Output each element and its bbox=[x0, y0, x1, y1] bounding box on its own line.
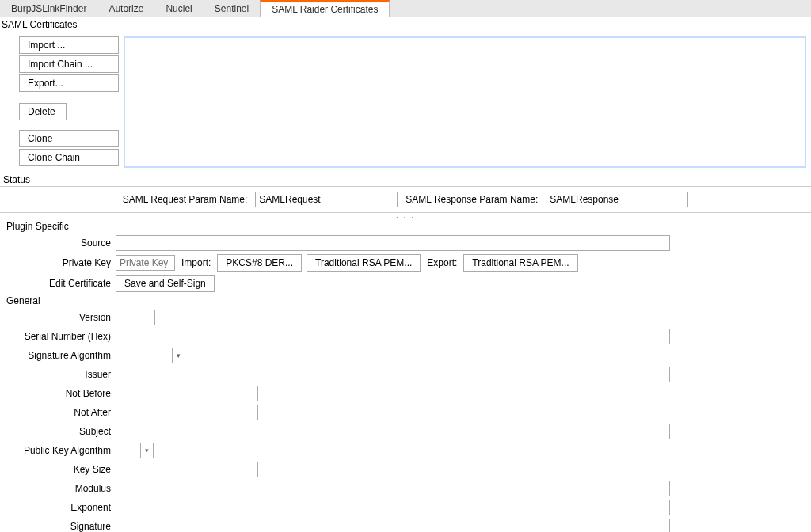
not-before-input[interactable] bbox=[116, 386, 258, 401]
serial-number-input[interactable] bbox=[116, 329, 670, 344]
signature-algorithm-combo[interactable]: ▾ bbox=[116, 348, 185, 363]
version-label: Version bbox=[5, 312, 116, 323]
tab-saml-raider-certificates[interactable]: SAML Raider Certificates bbox=[260, 0, 390, 17]
saml-response-input[interactable] bbox=[546, 192, 688, 207]
chevron-down-icon[interactable]: ▾ bbox=[140, 443, 153, 458]
not-after-label: Not After bbox=[5, 407, 116, 418]
serial-number-label: Serial Number (Hex) bbox=[5, 331, 116, 342]
export-label: Export: bbox=[427, 257, 457, 268]
clone-chain-button[interactable]: Clone Chain bbox=[19, 149, 119, 166]
import-pkcs8-button[interactable]: PKCS#8 DER... bbox=[217, 254, 302, 272]
general-header: General bbox=[5, 294, 806, 308]
modulus-label: Modulus bbox=[5, 483, 116, 494]
save-self-sign-button[interactable]: Save and Self-Sign bbox=[116, 275, 215, 292]
saml-response-label: SAML Response Param Name: bbox=[406, 194, 538, 205]
export-traditional-rsa-button[interactable]: Traditional RSA PEM... bbox=[463, 254, 577, 272]
not-before-label: Not Before bbox=[5, 388, 116, 399]
edit-certificate-label: Edit Certificate bbox=[5, 278, 116, 289]
public-key-algorithm-input[interactable] bbox=[116, 443, 140, 458]
signature-algorithm-input[interactable] bbox=[116, 348, 172, 363]
issuer-input[interactable] bbox=[116, 367, 670, 382]
import-button[interactable]: Import ... bbox=[19, 36, 119, 54]
subject-label: Subject bbox=[5, 426, 116, 437]
version-input[interactable] bbox=[116, 310, 155, 325]
saml-request-label: SAML Request Param Name: bbox=[123, 194, 248, 205]
exponent-input[interactable] bbox=[116, 500, 670, 515]
tab-autorize[interactable]: Autorize bbox=[97, 1, 154, 17]
source-label: Source bbox=[5, 238, 116, 249]
clone-button[interactable]: Clone bbox=[19, 130, 119, 147]
not-after-input[interactable] bbox=[116, 405, 258, 420]
import-chain-button[interactable]: Import Chain ... bbox=[19, 55, 119, 73]
public-key-algorithm-combo[interactable]: ▾ bbox=[116, 443, 154, 458]
private-key-input bbox=[116, 255, 175, 271]
signature-algorithm-label: Signature Algorithm bbox=[5, 350, 116, 361]
modulus-input[interactable] bbox=[116, 481, 670, 496]
private-key-label: Private Key bbox=[5, 257, 116, 268]
status-label: Status bbox=[0, 173, 811, 187]
import-label: Import: bbox=[181, 257, 211, 268]
certificate-button-panel: Import ... Import Chain ... Export... De… bbox=[0, 32, 119, 173]
delete-button[interactable]: Delete bbox=[19, 103, 67, 120]
tab-nuclei[interactable]: Nuclei bbox=[154, 1, 203, 17]
subject-input[interactable] bbox=[116, 424, 670, 439]
chevron-down-icon[interactable]: ▾ bbox=[172, 348, 185, 363]
splitter-grip[interactable]: · · · bbox=[0, 213, 811, 219]
certificate-list[interactable] bbox=[124, 36, 806, 168]
tab-bar: BurpJSLinkFinder Autorize Nuclei Sentine… bbox=[0, 0, 811, 17]
public-key-algorithm-label: Public Key Algorithm bbox=[5, 445, 116, 456]
key-size-input[interactable] bbox=[116, 462, 258, 477]
saml-certificates-header: SAML Certificates bbox=[0, 17, 811, 32]
saml-request-input[interactable] bbox=[255, 192, 398, 207]
signature-label: Signature bbox=[5, 521, 116, 532]
key-size-label: Key Size bbox=[5, 464, 116, 475]
source-input[interactable] bbox=[116, 235, 670, 251]
signature-input[interactable] bbox=[116, 519, 670, 532]
export-button[interactable]: Export... bbox=[19, 74, 119, 92]
tab-sentinel[interactable]: Sentinel bbox=[204, 1, 260, 17]
import-traditional-rsa-button[interactable]: Traditional RSA PEM... bbox=[307, 254, 421, 272]
issuer-label: Issuer bbox=[5, 369, 116, 380]
tab-burpjslinkfinder[interactable]: BurpJSLinkFinder bbox=[0, 1, 97, 17]
param-row: SAML Request Param Name: SAML Response P… bbox=[0, 187, 811, 213]
exponent-label: Exponent bbox=[5, 502, 116, 513]
